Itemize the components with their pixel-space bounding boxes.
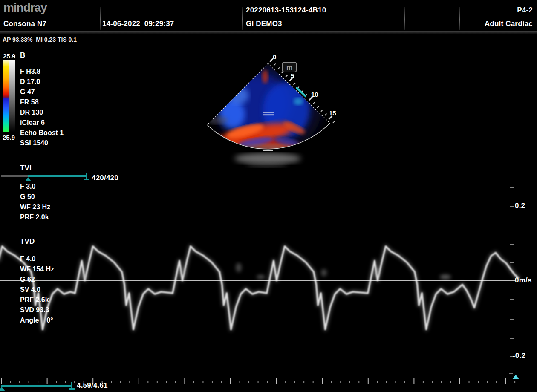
depth-label-5: 5 — [291, 72, 294, 79]
depth-label-15: 15 — [329, 110, 336, 117]
sweep-position-marker[interactable] — [512, 375, 519, 379]
header-divider — [242, 7, 243, 30]
b-mode-label: B — [20, 51, 25, 60]
velocity-baseline-label: 0m/s — [515, 276, 532, 285]
tvd-param: SV 4.0 — [20, 285, 54, 295]
b-mode-param: iClear 6 — [20, 118, 64, 128]
tvd-param: PRF 2.6k — [20, 295, 54, 305]
b-mode-param: DR 130 — [20, 107, 64, 118]
cine-time-thumb[interactable] — [0, 387, 5, 391]
tvi-param: F 3.0 — [20, 182, 50, 192]
header-divider — [100, 7, 101, 30]
orientation-m-logo-icon: m — [282, 62, 297, 72]
tvd-params: F 4.0WF 154 HzG 62SV 4.0PRF 2.6kSVD 93.3… — [20, 254, 54, 326]
machine-model: Consona N7 — [3, 20, 46, 28]
tvi-cine-progress[interactable] — [28, 175, 86, 177]
tvi-param: PRF 2.0k — [20, 212, 50, 222]
exam-preset: Adult Cardiac — [485, 20, 533, 28]
b-mode-param: G 47 — [20, 87, 64, 97]
tvi-param: G 50 — [20, 192, 50, 202]
probe-name: P4-2 — [517, 6, 533, 14]
b-mode-param: Echo Boost 1 — [20, 128, 64, 138]
cine-time-end-marker-base — [69, 388, 75, 390]
b-mode-param: F H3.8 — [20, 66, 64, 77]
svg-text:m: m — [286, 64, 292, 71]
spectral-speckle — [82, 263, 451, 280]
tvd-param: G 62 — [20, 274, 54, 285]
b-mode-param: SSI 1540 — [20, 138, 64, 148]
patient-name: GI DEMO3 — [246, 20, 282, 28]
colorbar-max-label: 25.9 — [3, 52, 15, 60]
doppler-colorbar — [3, 60, 9, 132]
header-bar: mindray Consona N7 14-06-2022 09:29:37 2… — [0, 0, 537, 31]
b-mode-params: F H3.8D 17.0G 47FR 58DR 130iClear 6Echo … — [20, 66, 64, 148]
b-mode-param: FR 58 — [20, 97, 64, 107]
brand-logo: mindray — [3, 1, 47, 14]
spectral-waveform — [0, 188, 518, 384]
tvd-param: F 4.0 — [20, 254, 54, 264]
datetime: 14-06-2022 09:29:37 — [102, 20, 174, 28]
tvd-param: WF 154 Hz — [20, 264, 54, 274]
acoustic-output-status: AP 93.33% MI 0.23 TIS 0.1 — [3, 36, 77, 43]
exam-id: 20220613-153124-4B10 — [246, 6, 326, 14]
tvi-cine-end-marker-base — [84, 179, 90, 180]
header-divider — [459, 7, 460, 30]
tvi-frame-counter: 420/420 — [92, 174, 118, 182]
tvd-param: Angle 0° — [20, 315, 54, 326]
sweep-position-dash — [509, 373, 513, 374]
velocity-max-label: 0.2 — [515, 202, 525, 210]
tvi-cine-thumb[interactable] — [25, 177, 31, 181]
image-canvas: 0 5 10 15 m — [0, 0, 537, 392]
velocity-min-label: -0.2 — [513, 352, 525, 360]
tvi-param: WF 23 Hz — [20, 202, 50, 212]
tvi-mode-label: TVI — [20, 164, 32, 173]
b-mode-param: D 17.0 — [20, 77, 64, 87]
tvd-mode-label: TVD — [20, 237, 35, 246]
cursor-foot-mark — [263, 150, 273, 151]
grayscale-bar — [9, 60, 15, 132]
tvi-params: F 3.0G 50WF 23 HzPRF 2.0k — [20, 182, 50, 222]
cine-time-counter: 4.59/4.61 — [77, 381, 108, 390]
header-divider — [404, 7, 405, 30]
tvd-param: SVD 93.3 — [20, 305, 54, 315]
depth-label-0: 0 — [273, 53, 276, 61]
tvi-cine-track[interactable] — [1, 175, 28, 177]
sector-image: 0 5 10 15 m — [207, 53, 336, 167]
cine-time-progress[interactable] — [1, 385, 71, 387]
ultrasound-screen: 0 5 10 15 m — [0, 0, 537, 392]
depth-label-10: 10 — [311, 91, 318, 98]
header-bevel — [0, 31, 537, 34]
colorbar-min-label: -25.9 — [0, 134, 15, 141]
